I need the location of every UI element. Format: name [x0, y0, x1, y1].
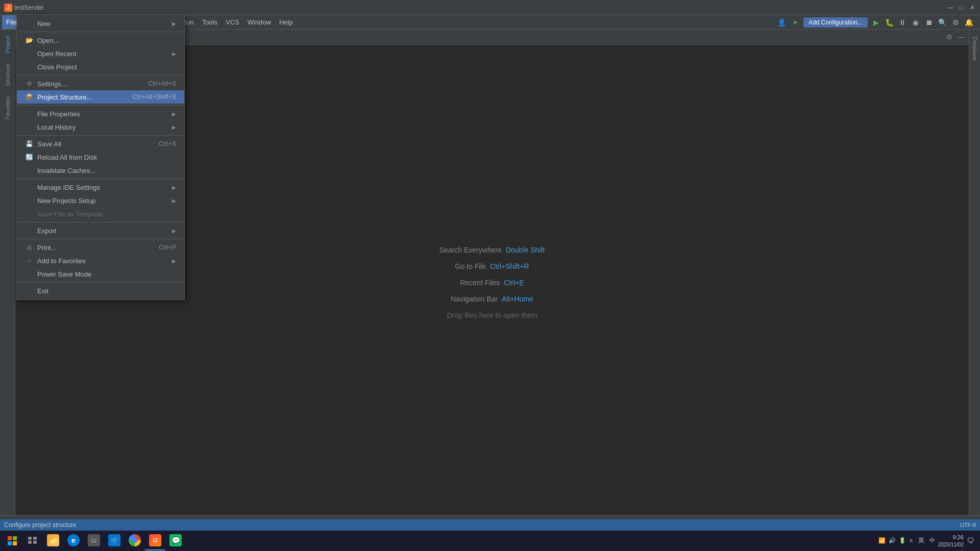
stop-button[interactable]: ⏹	[924, 17, 934, 28]
clock-time: 9:26	[938, 534, 964, 541]
save-all-icon: 💾	[25, 140, 33, 148]
menu-option-manage-ide-settings-label: Manage IDE Settings	[37, 184, 100, 191]
open-recent-icon	[25, 49, 33, 58]
separator-5	[17, 179, 184, 179]
print-shortcut: Ctrl+P	[159, 244, 176, 251]
explorer-button[interactable]: 📁	[43, 531, 63, 550]
hint-recent-files: Recent Files Ctrl+E	[460, 279, 524, 287]
menu-help[interactable]: Help	[275, 15, 297, 29]
menu-option-settings[interactable]: ⚙ Settings... Ctrl+Alt+S	[17, 77, 184, 90]
menu-option-local-history-label: Local History	[37, 123, 76, 131]
menu-tools[interactable]: Tools	[198, 15, 222, 29]
status-message: Configure project structure	[4, 521, 76, 529]
chrome-button[interactable]	[125, 531, 145, 550]
separator-2	[17, 75, 184, 76]
menu-bar-right: 👤 ✦ Add Configuration... ▶ 🐛 ⏸ ◉ ⏹ 🔍 ⚙ 🔔	[777, 17, 978, 28]
menu-option-close-project-label: Close Project	[37, 63, 77, 71]
power-save-icon	[25, 270, 33, 278]
tray-overflow-icon[interactable]: ∧	[909, 537, 913, 544]
add-favorites-arrow-icon: ▶	[172, 258, 176, 264]
menu-option-close-project[interactable]: Close Project	[17, 60, 184, 73]
chrome-icon	[129, 534, 141, 546]
settings-menu-icon: ⚙	[25, 80, 33, 88]
intellij-button[interactable]: IJ	[145, 531, 165, 550]
sidebar-tab-favorites[interactable]: Favorites	[3, 92, 13, 123]
notification-icon[interactable]: 🔔	[964, 17, 974, 28]
menu-vcs[interactable]: VCS	[222, 15, 243, 29]
add-configuration-button[interactable]: Add Configuration...	[803, 17, 868, 28]
sidebar-tab-structure[interactable]: Structure	[3, 59, 13, 90]
project-structure-icon: 📦	[25, 93, 33, 101]
hint-search-everywhere: Search Everywhere Double Shift	[439, 246, 545, 254]
menu-option-print[interactable]: 🖨 Print... Ctrl+P	[17, 241, 184, 254]
settings-icon[interactable]: ⚙	[950, 17, 961, 28]
files-button[interactable]: 🗂	[84, 531, 104, 550]
taskview-button[interactable]	[22, 531, 43, 550]
menu-option-project-structure[interactable]: 📦 Project Structure... Ctrl+Alt+Shift+S	[17, 90, 184, 104]
inspect-icon[interactable]: ✦	[790, 17, 800, 28]
file-properties-arrow-icon: ▶	[172, 111, 176, 117]
edge-button[interactable]: e	[63, 531, 84, 550]
edge-icon: e	[67, 534, 80, 546]
debug-button[interactable]: 🐛	[884, 17, 894, 28]
system-tray: 📶 🔊 🔋 ∧ 英 中 9:26 2020/11/02 🗨	[878, 534, 978, 547]
close-button[interactable]: ✕	[969, 4, 976, 11]
coverage-button[interactable]: ⏸	[897, 17, 908, 28]
menu-option-manage-ide-settings[interactable]: Manage IDE Settings ▶	[17, 181, 184, 194]
menu-option-save-file-as-template: Save File as Template...	[17, 207, 184, 220]
separator-4	[17, 135, 184, 136]
hint-nav-key: Alt+Home	[502, 295, 533, 303]
menu-option-export[interactable]: Export ▶	[17, 224, 184, 237]
menu-window[interactable]: Window	[243, 15, 275, 29]
sidebar-tab-project[interactable]: Project	[3, 32, 13, 57]
store-icon: 🛒	[108, 534, 120, 546]
project-structure-shortcut: Ctrl+Alt+Shift+S	[132, 93, 176, 101]
profile-run-button[interactable]: ◉	[911, 17, 921, 28]
network-icon: 📶	[878, 537, 886, 544]
input-method-label: 英	[916, 536, 926, 545]
menu-option-add-to-favorites[interactable]: ☆ Add to Favorites ▶	[17, 254, 184, 267]
hint-drop-files: Drop files here to open them	[447, 311, 537, 319]
search-everywhere-icon[interactable]: 🔍	[937, 17, 947, 28]
menu-option-new-projects-setup-label: New Projects Setup	[37, 197, 95, 205]
run-button[interactable]: ▶	[871, 17, 881, 28]
minimize-button[interactable]: —	[946, 4, 953, 11]
intellij-icon: IJ	[149, 534, 161, 546]
svg-rect-2	[8, 541, 12, 545]
svg-rect-5	[33, 537, 37, 540]
menu-option-exit[interactable]: Exit	[17, 284, 184, 297]
separator-1	[17, 32, 184, 32]
profile-icon[interactable]: 👤	[777, 17, 787, 28]
hint-recent-label: Recent Files	[460, 279, 500, 287]
system-clock[interactable]: 9:26 2020/11/02	[938, 534, 964, 547]
store-button[interactable]: 🛒	[104, 531, 125, 550]
save-all-shortcut: Ctrl+S	[159, 140, 176, 147]
tab-minimize-button[interactable]: —	[957, 32, 967, 42]
menu-option-invalidate-caches-label: Invalidate Caches...	[37, 167, 95, 174]
menu-option-file-properties-label: File Properties	[37, 110, 80, 118]
start-button[interactable]	[2, 531, 22, 551]
menu-option-invalidate-caches[interactable]: Invalidate Caches...	[17, 164, 184, 177]
new-arrow-icon: ▶	[172, 21, 176, 27]
wechat-button[interactable]: 💬	[165, 531, 186, 550]
menu-option-new[interactable]: New ▶	[17, 17, 184, 30]
right-sidebar: Database	[969, 30, 980, 530]
export-icon	[25, 227, 33, 235]
maximize-button[interactable]: □	[958, 4, 965, 11]
new-projects-icon	[25, 196, 33, 205]
menu-option-save-all[interactable]: 💾 Save All Ctrl+S	[17, 137, 184, 151]
notifications-button[interactable]: 🗨	[967, 537, 974, 545]
menu-option-new-projects-setup[interactable]: New Projects Setup ▶	[17, 194, 184, 207]
sidebar-tab-database[interactable]: Database	[971, 34, 979, 64]
status-bar: Configure project structure UTF-8	[0, 519, 980, 531]
menu-option-power-save-mode[interactable]: Power Save Mode	[17, 267, 184, 281]
menu-option-reload-all[interactable]: 🔄 Reload All from Disk	[17, 151, 184, 164]
menu-option-print-label: Print...	[37, 244, 57, 252]
menu-option-local-history[interactable]: Local History ▶	[17, 120, 184, 134]
menu-option-file-properties[interactable]: File Properties ▶	[17, 107, 184, 120]
app-icon: J	[4, 4, 12, 12]
menu-option-open[interactable]: 📂 Open...	[17, 34, 184, 47]
menu-option-open-recent[interactable]: Open Recent ▶	[17, 47, 184, 60]
tab-settings-button[interactable]: ⚙	[944, 32, 954, 42]
local-history-icon	[25, 123, 33, 131]
